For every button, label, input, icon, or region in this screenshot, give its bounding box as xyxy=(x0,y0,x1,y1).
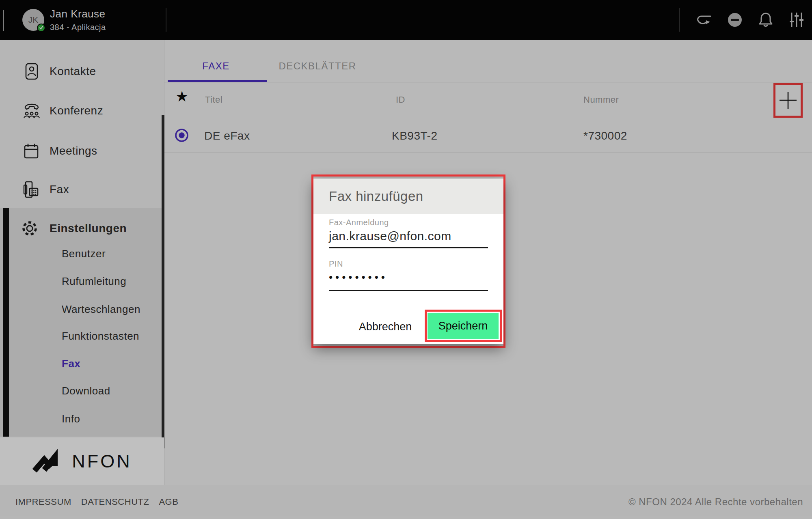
pin-label: PIN xyxy=(329,259,343,269)
fax-login-input[interactable]: jan.krause@nfon.com xyxy=(329,229,451,243)
dialog-header: Fax hinzufügen xyxy=(313,179,503,214)
save-button[interactable]: Speichern xyxy=(428,313,499,339)
input-underline xyxy=(329,290,488,291)
input-underline xyxy=(329,247,488,248)
app-window: JK Jan Krause 384 - Aplikacja xyxy=(0,0,812,519)
fax-login-label: Fax-Anmeldung xyxy=(329,218,389,227)
pin-input[interactable]: ••••••••• xyxy=(329,271,388,284)
cancel-button[interactable]: Abbrechen xyxy=(353,316,418,338)
add-fax-dialog: Fax hinzufügen Fax-Anmeldung jan.krause@… xyxy=(313,179,503,344)
dialog-title: Fax hinzufügen xyxy=(329,179,423,214)
